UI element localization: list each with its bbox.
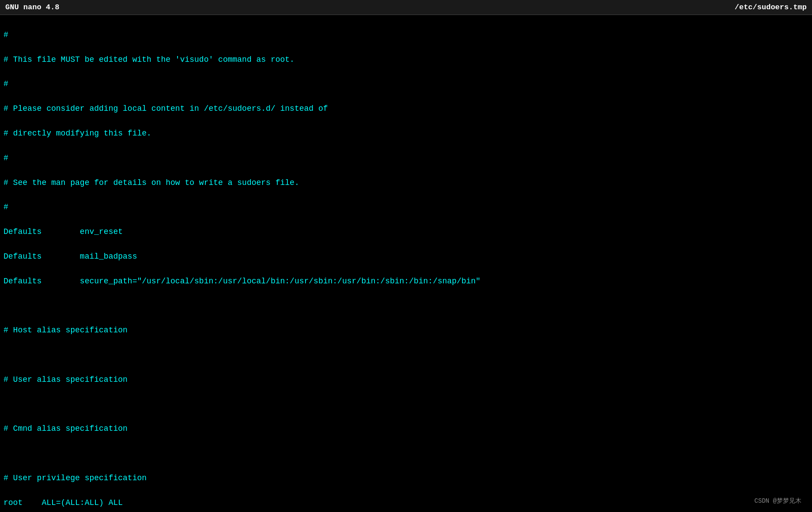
- file-title: /etc/sudoers.tmp: [735, 3, 807, 11]
- editor-line: #: [4, 152, 808, 165]
- editor-line: # Cmnd alias specification: [4, 423, 808, 435]
- editor-line: # Please consider adding local content i…: [4, 103, 808, 115]
- editor-line: [4, 300, 808, 312]
- editor-line: Defaults secure_path="/usr/local/sbin:/u…: [4, 275, 808, 288]
- title-bar: GNU nano 4.8 /etc/sudoers.tmp: [0, 0, 812, 15]
- editor-line: [4, 349, 808, 361]
- editor-line: #: [4, 78, 808, 90]
- editor-line: # See the man page for details on how to…: [4, 177, 808, 189]
- editor-line: #: [4, 29, 808, 41]
- editor-line: # User privilege specification: [4, 472, 808, 485]
- editor-area[interactable]: # # This file MUST be edited with the 'v…: [0, 15, 812, 512]
- editor-line: Defaults env_reset: [4, 226, 808, 238]
- watermark: CSDN @梦梦见木: [755, 497, 801, 505]
- editor-line: # directly modifying this file.: [4, 128, 808, 140]
- editor-line: # Host alias specification: [4, 324, 808, 337]
- editor-line: Defaults mail_badpass: [4, 251, 808, 263]
- app-title: GNU nano 4.8: [5, 3, 59, 11]
- editor-line: root ALL=(ALL:ALL) ALL: [4, 497, 808, 509]
- editor-line: [4, 448, 808, 460]
- editor-line: #: [4, 201, 808, 214]
- editor-line: # User alias specification: [4, 374, 808, 386]
- editor-line: [4, 399, 808, 411]
- editor-line: # This file MUST be edited with the 'vis…: [4, 54, 808, 66]
